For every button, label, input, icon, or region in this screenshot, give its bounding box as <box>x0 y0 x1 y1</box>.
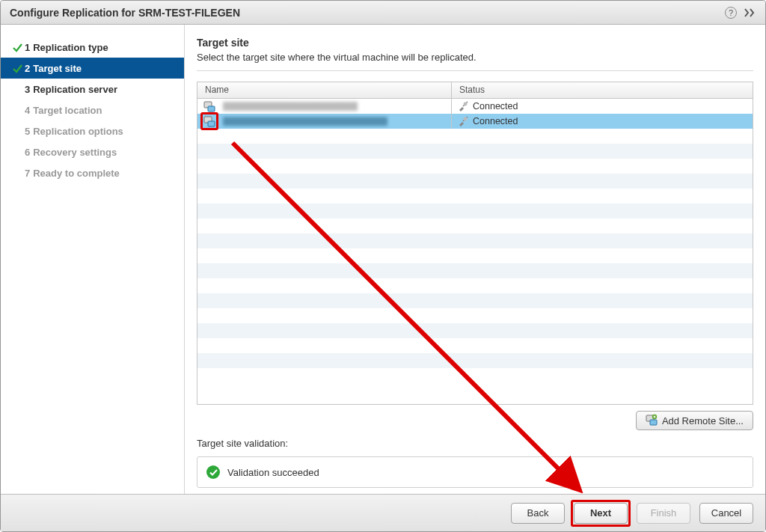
svg-rect-1 <box>208 106 215 111</box>
add-remote-label: Add Remote Site... <box>662 415 744 426</box>
step-replication-options: 5Replication options <box>1 120 184 141</box>
add-remote-site-button[interactable]: Add Remote Site... <box>636 411 753 430</box>
table-body[interactable]: Connected <box>197 99 753 404</box>
table-row[interactable]: Connected <box>197 114 753 129</box>
expand-icon[interactable] <box>744 8 756 17</box>
site-icon <box>203 100 215 112</box>
step-ready-to-complete: 7Ready to complete <box>1 162 184 183</box>
sites-table: Name Status <box>197 82 753 405</box>
step-target-location: 4Target location <box>1 100 184 120</box>
page-title: Target site <box>197 37 753 49</box>
ok-icon <box>206 465 220 479</box>
finish-button: Finish <box>637 503 690 524</box>
wizard-sidebar: 1Replication type 2Target site 3Replicat… <box>1 25 185 494</box>
step-recovery-settings: 6Recovery settings <box>1 141 184 162</box>
step-replication-server[interactable]: 3Replication server <box>1 79 184 100</box>
dialog-title: Configure Replication for SRM-TEST-FILEG… <box>10 7 240 19</box>
svg-point-5 <box>464 117 468 121</box>
step-replication-type[interactable]: 1Replication type <box>1 37 184 58</box>
site-icon <box>203 115 215 127</box>
plug-icon <box>458 116 468 126</box>
check-icon <box>10 64 25 73</box>
table-header: Name Status <box>197 82 753 99</box>
footer: Back Next Finish Cancel <box>1 494 765 531</box>
page-subtitle: Select the target site where the virtual… <box>197 52 753 63</box>
cancel-button[interactable]: Cancel <box>699 503 753 524</box>
validation-title: Target site validation: <box>197 438 753 449</box>
svg-point-2 <box>464 103 468 106</box>
next-button[interactable]: Next <box>574 503 628 524</box>
dialog: Configure Replication for SRM-TEST-FILEG… <box>0 0 766 532</box>
redacted-site-name <box>223 102 358 111</box>
column-name[interactable]: Name <box>197 82 452 98</box>
plug-icon <box>458 101 468 111</box>
main-panel: Target site Select the target site where… <box>185 25 765 494</box>
svg-rect-4 <box>208 121 215 126</box>
titlebar: Configure Replication for SRM-TEST-FILEG… <box>1 1 765 25</box>
back-button[interactable]: Back <box>511 503 565 524</box>
table-row[interactable]: Connected <box>197 99 753 114</box>
validation-message: Validation succeeded <box>227 467 319 478</box>
validation-row: Validation succeeded <box>197 456 753 488</box>
check-icon <box>10 43 25 52</box>
status-value: Connected <box>473 116 518 126</box>
step-target-site[interactable]: 2Target site <box>1 58 184 79</box>
column-status[interactable]: Status <box>452 82 753 98</box>
svg-rect-7 <box>650 420 657 425</box>
redacted-site-name <box>223 117 387 126</box>
status-value: Connected <box>473 101 518 111</box>
add-remote-icon <box>646 414 658 428</box>
help-icon[interactable]: ? <box>725 7 737 19</box>
